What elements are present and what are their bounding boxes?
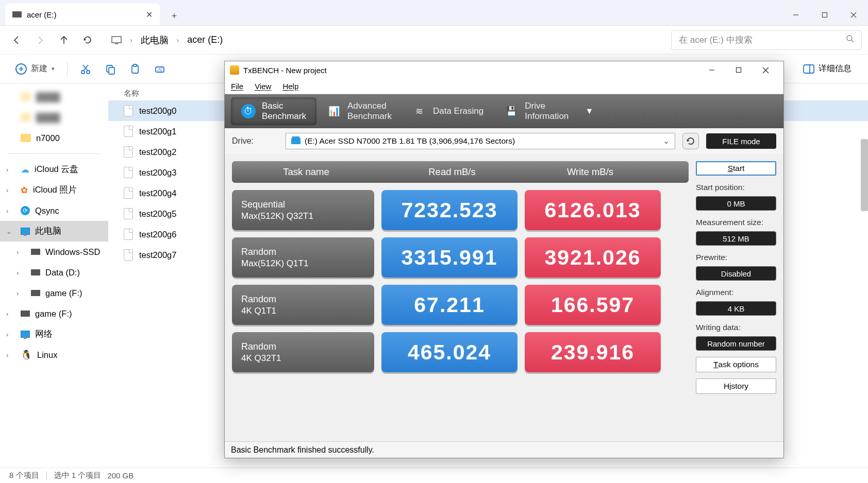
more-tabs-button[interactable]: ▼: [579, 107, 599, 116]
read-value: 465.024: [381, 332, 518, 372]
label-prewrite: Prewrite:: [696, 253, 776, 262]
task-cell[interactable]: Random4K Q1T1: [232, 285, 374, 325]
new-label: 新建: [31, 63, 47, 74]
value-start-position[interactable]: 0 MB: [696, 196, 776, 211]
task-cell[interactable]: RandomMax(512K) Q1T1: [232, 237, 374, 278]
details-button[interactable]: 详细信息: [796, 63, 859, 74]
chevron-right-icon: ›: [174, 36, 182, 44]
folder-icon: [21, 134, 31, 142]
search-input[interactable]: 在 acer (E:) 中搜索: [671, 30, 862, 50]
txbench-window: TxBENCH - New project File View Help ⏱ B…: [224, 61, 784, 458]
chevron-down-icon: ⌄: [663, 136, 670, 146]
close-tab-icon[interactable]: ✕: [145, 11, 153, 18]
cut-button[interactable]: [74, 59, 97, 79]
paste-button[interactable]: [123, 59, 147, 79]
close-button[interactable]: [839, 5, 868, 25]
tab-basic-benchmark[interactable]: ⏱ BasicBenchmark: [231, 97, 316, 125]
drive-label: Drive:: [232, 136, 278, 146]
menubar: File View Help: [225, 79, 783, 94]
value-measurement-size[interactable]: 512 MB: [696, 231, 776, 246]
drive-select[interactable]: (E:) Acer SSD N7000 2TB 1.81 TB (3,906,9…: [286, 133, 675, 149]
task-cell[interactable]: SequentialMax(512K) Q32T1: [232, 190, 374, 230]
write-value: 239.916: [525, 332, 661, 372]
label-start-position: Start position:: [696, 183, 776, 192]
chevron-icon: ›: [6, 331, 8, 338]
svg-rect-21: [737, 68, 741, 73]
file-icon: [124, 105, 133, 116]
breadcrumb[interactable]: › 此电脑 › acer (E:): [101, 34, 668, 46]
rename-button[interactable]: A|: [148, 59, 172, 79]
sidebar-item[interactable]: ›☁iCloud 云盘: [0, 159, 108, 180]
status-bar: 8 个项目 选中 1 个项目 200 GB: [0, 468, 868, 483]
minimize-button[interactable]: [699, 63, 725, 77]
sidebar-item[interactable]: ›Data (D:): [0, 262, 108, 283]
titlebar[interactable]: TxBENCH - New project: [225, 61, 783, 79]
task-options-button[interactable]: Task options: [696, 357, 776, 372]
copy-button[interactable]: [98, 59, 122, 79]
svg-rect-15: [133, 64, 137, 66]
file-icon: [124, 229, 133, 240]
sidebar-item[interactable]: ›Windows-SSD: [0, 242, 108, 262]
status-bar: Basic Benchmark finished successfully.: [225, 441, 783, 458]
write-value: 166.597: [525, 285, 661, 325]
column-headers: Task name Read mB/s Write mB/s: [232, 161, 689, 183]
svg-point-6: [847, 36, 852, 41]
menu-file[interactable]: File: [231, 82, 243, 91]
col-task: Task name: [232, 161, 380, 183]
sidebar-item-label: Qsync: [35, 206, 59, 216]
menu-help[interactable]: Help: [282, 82, 298, 91]
close-button[interactable]: [753, 63, 778, 77]
tab-advanced-benchmark[interactable]: 📊 AdvancedBenchmark: [316, 97, 402, 125]
sidebar-quick-item[interactable]: ████: [0, 107, 108, 128]
file-mode-button[interactable]: FILE mode: [706, 133, 776, 149]
history-button[interactable]: History: [696, 378, 776, 394]
back-button[interactable]: [6, 30, 27, 50]
tab-data-erasing[interactable]: ≋ Data Erasing: [402, 97, 494, 125]
new-button[interactable]: + 新建 ▾: [9, 59, 61, 79]
breadcrumb-root[interactable]: 此电脑: [141, 34, 169, 46]
value-prewrite[interactable]: Disabled: [696, 266, 776, 281]
breadcrumb-current[interactable]: acer (E:): [187, 34, 223, 45]
refresh-button[interactable]: [77, 30, 98, 50]
forward-button[interactable]: [30, 30, 51, 50]
svg-rect-18: [804, 65, 814, 73]
window-controls: [781, 5, 868, 25]
stopwatch-icon: ⏱: [241, 104, 256, 118]
sidebar-item[interactable]: ›网络: [0, 324, 108, 344]
divider: [67, 61, 68, 77]
svg-line-7: [852, 40, 854, 42]
chevron-icon: ›: [16, 269, 19, 277]
details-label: 详细信息: [819, 63, 852, 74]
sidebar-item[interactable]: ›game (F:): [0, 283, 108, 303]
sidebar-item[interactable]: ›🐧Linux: [0, 344, 108, 365]
sidebar-item[interactable]: ⌄此电脑: [0, 221, 108, 242]
up-button[interactable]: [54, 30, 74, 50]
task-cell[interactable]: Random4K Q32T1: [232, 332, 374, 372]
status-selected: 选中 1 个项目: [54, 471, 102, 480]
drive-value: (E:) Acer SSD N7000 2TB 1.81 TB (3,906,9…: [305, 136, 515, 146]
search-placeholder: 在 acer (E:) 中搜索: [679, 34, 753, 46]
chevron-right-icon: ›: [127, 36, 136, 44]
start-button[interactable]: Start: [696, 161, 776, 176]
value-writing-data[interactable]: Random number: [696, 336, 776, 351]
sidebar-quick-item[interactable]: n7000: [0, 128, 108, 148]
menu-view[interactable]: View: [255, 82, 271, 91]
sidebar-item[interactable]: ›game (F:): [0, 303, 108, 324]
file-name: test200g5: [139, 209, 176, 219]
sidebar-item[interactable]: ›✿iCloud 照片: [0, 180, 108, 200]
refresh-drive-button[interactable]: [682, 133, 699, 149]
minimize-button[interactable]: [781, 5, 810, 25]
sidebar-item[interactable]: ›⟳Qsync: [0, 200, 108, 221]
sidebar-item-label: Linux: [37, 350, 57, 360]
file-icon: [124, 208, 133, 219]
new-tab-button[interactable]: +: [165, 7, 183, 25]
maximize-button[interactable]: [726, 63, 752, 77]
sidebar-item-label: Data (D:): [45, 268, 80, 278]
file-icon: [124, 126, 133, 137]
tab-drive-information[interactable]: 💾 DriveInformation: [494, 97, 579, 125]
browser-tab[interactable]: acer (E:) ✕: [5, 4, 160, 25]
maximize-button[interactable]: [810, 5, 839, 25]
chevron-icon: ›: [6, 207, 8, 215]
value-alignment[interactable]: 4 KB: [696, 301, 776, 316]
sidebar-quick-item[interactable]: ████: [0, 87, 108, 107]
